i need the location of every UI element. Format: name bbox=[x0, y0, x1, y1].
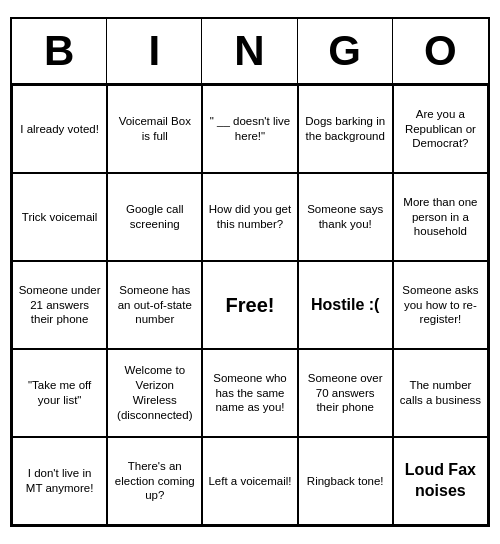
bingo-cell-24: Loud Fax noises bbox=[393, 437, 488, 525]
bingo-cell-2: " __ doesn't live here!" bbox=[202, 85, 297, 173]
bingo-cell-20: I don't live in MT anymore! bbox=[12, 437, 107, 525]
bingo-cell-9: More than one person in a household bbox=[393, 173, 488, 261]
bingo-cell-21: There's an election coming up? bbox=[107, 437, 202, 525]
bingo-cell-10: Someone under 21 answers their phone bbox=[12, 261, 107, 349]
header-letter-i: I bbox=[107, 19, 202, 83]
bingo-cell-5: Trick voicemail bbox=[12, 173, 107, 261]
bingo-card: BINGO I already voted!Voicemail Box is f… bbox=[10, 17, 490, 527]
bingo-cell-23: Ringback tone! bbox=[298, 437, 393, 525]
bingo-header: BINGO bbox=[12, 19, 488, 85]
bingo-cell-11: Someone has an out-of-state number bbox=[107, 261, 202, 349]
bingo-cell-18: Someone over 70 answers their phone bbox=[298, 349, 393, 437]
bingo-cell-1: Voicemail Box is full bbox=[107, 85, 202, 173]
bingo-cell-0: I already voted! bbox=[12, 85, 107, 173]
header-letter-n: N bbox=[202, 19, 297, 83]
bingo-cell-14: Someone asks you how to re-register! bbox=[393, 261, 488, 349]
bingo-cell-22: Left a voicemail! bbox=[202, 437, 297, 525]
bingo-grid: I already voted!Voicemail Box is full" _… bbox=[12, 85, 488, 525]
bingo-cell-4: Are you a Republican or Democrat? bbox=[393, 85, 488, 173]
header-letter-o: O bbox=[393, 19, 488, 83]
bingo-cell-6: Google call screening bbox=[107, 173, 202, 261]
bingo-cell-7: How did you get this number? bbox=[202, 173, 297, 261]
bingo-cell-19: The number calls a business bbox=[393, 349, 488, 437]
bingo-cell-16: Welcome to Verizon Wireless (disconnecte… bbox=[107, 349, 202, 437]
header-letter-g: G bbox=[298, 19, 393, 83]
bingo-cell-15: "Take me off your list" bbox=[12, 349, 107, 437]
bingo-cell-3: Dogs barking in the background bbox=[298, 85, 393, 173]
bingo-cell-8: Someone says thank you! bbox=[298, 173, 393, 261]
header-letter-b: B bbox=[12, 19, 107, 83]
bingo-cell-13: Hostile :( bbox=[298, 261, 393, 349]
bingo-cell-17: Someone who has the same name as you! bbox=[202, 349, 297, 437]
bingo-cell-12: Free! bbox=[202, 261, 297, 349]
